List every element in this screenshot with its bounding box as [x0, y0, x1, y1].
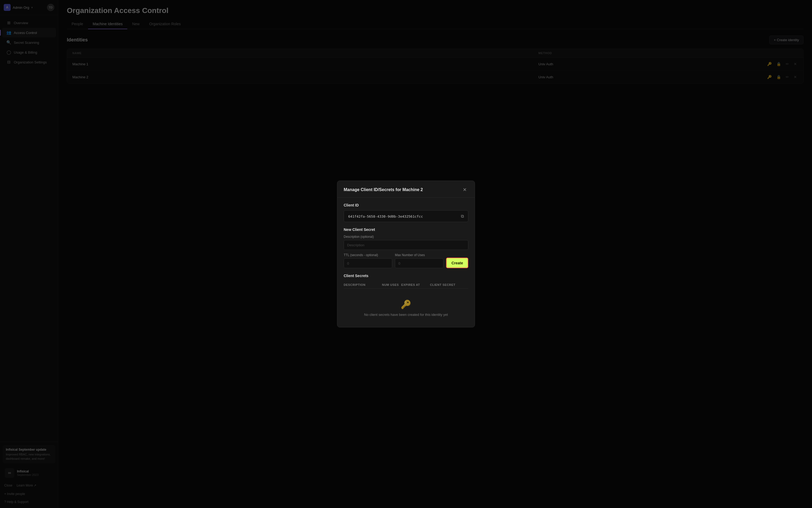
modal-header: Manage Client ID/Secrets for Machine 2 ✕ — [337, 181, 475, 198]
ttl-field: TTL (seconds - optional) — [344, 253, 392, 268]
create-secret-container: Create — [446, 258, 468, 268]
empty-state: 🔑 No client secrets have been created fo… — [344, 291, 468, 322]
max-uses-label: Max Number of Uses — [395, 253, 443, 257]
create-secret-button[interactable]: Create — [446, 258, 468, 268]
modal-close-button[interactable]: ✕ — [461, 186, 468, 193]
col-client-secret: CLIENT SECRET — [430, 283, 468, 286]
form-row: TTL (seconds - optional) Max Number of U… — [344, 253, 468, 268]
new-client-secret-section: New Client Secret Description (optional)… — [344, 227, 468, 268]
ttl-label: TTL (seconds - optional) — [344, 253, 392, 257]
client-secrets-section: Client Secrets DESCRIPTION NUM USES EXPI… — [344, 273, 468, 322]
copy-client-id-button[interactable]: ⧉ — [461, 214, 464, 219]
manage-client-modal: Manage Client ID/Secrets for Machine 2 ✕… — [337, 181, 475, 328]
modal-body: Client ID 641f42fa-5658-4330-9d0b-3e4325… — [337, 198, 475, 327]
client-secrets-label: Client Secrets — [344, 273, 468, 278]
client-id-label: Client ID — [344, 203, 468, 207]
client-id-value: 641f42fa-5658-4330-9d0b-3e432561cfcc — [348, 214, 423, 218]
description-label: Description (optional) — [344, 235, 468, 239]
modal-title: Manage Client ID/Secrets for Machine 2 — [344, 187, 423, 192]
empty-text: No client secrets have been created for … — [364, 313, 448, 316]
col-description: DESCRIPTION — [344, 283, 382, 286]
secrets-table-header: DESCRIPTION NUM USES EXPIRES AT CLIENT S… — [344, 281, 468, 289]
description-input[interactable] — [344, 240, 468, 250]
ttl-input[interactable] — [344, 258, 392, 268]
new-secret-label: New Client Secret — [344, 227, 468, 232]
client-id-box: 641f42fa-5658-4330-9d0b-3e432561cfcc ⧉ — [344, 210, 468, 222]
col-num-uses: NUM USES — [382, 283, 401, 286]
max-uses-field: Max Number of Uses — [395, 253, 443, 268]
max-uses-input[interactable] — [395, 258, 443, 268]
client-id-section: Client ID 641f42fa-5658-4330-9d0b-3e4325… — [344, 203, 468, 222]
key-icon: 🔑 — [401, 299, 411, 309]
col-expires-at: EXPIRES AT — [401, 283, 430, 286]
